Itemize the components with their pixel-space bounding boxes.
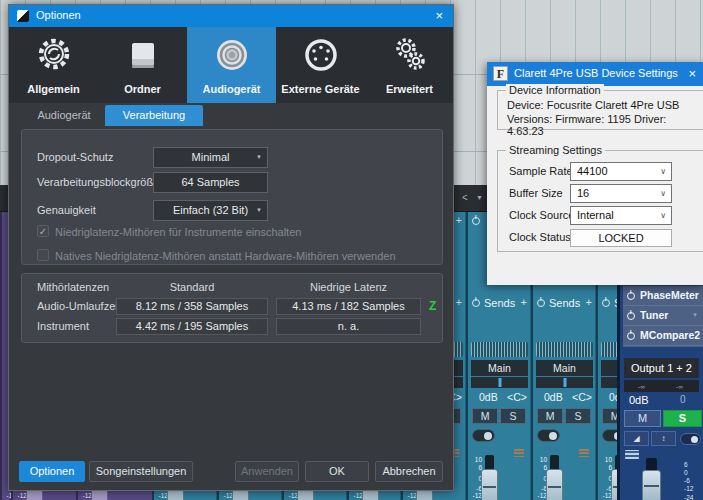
- speaker-icon: [212, 35, 252, 79]
- pan-value[interactable]: <C>: [572, 391, 592, 403]
- dropout-schutz-dropdown[interactable]: Minimal ▼: [153, 147, 268, 168]
- pan-value[interactable]: <C>: [507, 391, 527, 403]
- field-label: Dropout-Schutz: [37, 147, 113, 168]
- solo-button[interactable]: S: [565, 408, 591, 424]
- cancel-button[interactable]: Abbrechen: [375, 461, 443, 482]
- power-icon[interactable]: [627, 332, 635, 340]
- window-titlebar[interactable]: F Clarett 4Pre USB Device Settings ×: [487, 62, 703, 86]
- tab-audiogeraet[interactable]: Audiogerät: [187, 27, 276, 103]
- versions-line: Versions: Firmware: 1195 Driver: 4.63.23: [507, 113, 703, 137]
- sends-header: Sends +: [468, 296, 531, 312]
- insert-name[interactable]: MCompare2: [640, 329, 700, 341]
- chevron-down-icon: ▼: [256, 201, 262, 220]
- fader-handle[interactable]: [481, 469, 498, 500]
- gain-value[interactable]: 0dB: [479, 391, 498, 403]
- solo-button[interactable]: S: [500, 408, 526, 424]
- low-latency-checkbox[interactable]: ✓: [37, 225, 49, 237]
- close-icon[interactable]: ×: [688, 66, 696, 81]
- gears-icon: [390, 35, 430, 79]
- insert-name[interactable]: Tuner: [640, 309, 668, 321]
- dropdown-value: 16: [577, 187, 589, 199]
- fader-scale-label: -24: [684, 494, 702, 500]
- insert-slot[interactable]: MCompare2: [623, 326, 703, 346]
- channel-menu-icon[interactable]: [579, 448, 589, 457]
- mute-button[interactable]: M: [537, 408, 563, 424]
- power-icon[interactable]: [627, 292, 635, 300]
- sends-label: Sends: [484, 297, 515, 309]
- pan-indicator[interactable]: [536, 377, 593, 388]
- tab-externe-geraete[interactable]: Externe Geräte: [276, 27, 365, 103]
- app-icon: [17, 10, 29, 22]
- mute-button[interactable]: M: [472, 408, 498, 424]
- subtab-audiogeraet[interactable]: Audiogerät: [23, 105, 105, 126]
- solo-button[interactable]: S: [663, 410, 702, 427]
- pan-ruler[interactable]: [471, 342, 528, 357]
- native-low-latency-checkbox[interactable]: [37, 249, 49, 261]
- buffer-size-dropdown[interactable]: 16 ∨: [570, 184, 672, 203]
- options-dialog: Optionen × Allgemein Ordner Audiogerä: [8, 4, 454, 491]
- power-icon[interactable]: [472, 217, 480, 225]
- chevron-down-icon[interactable]: ▼: [692, 312, 698, 318]
- latency-value: n. a.: [276, 318, 421, 335]
- add-send-button[interactable]: +: [521, 296, 527, 308]
- table-header: Niedrige Latenz: [276, 281, 421, 293]
- genauigkeit-dropdown[interactable]: Einfach (32 Bit) ▼: [153, 200, 268, 221]
- subtab-verarbeitung[interactable]: Verarbeitung: [105, 105, 203, 126]
- channel-menu-icon[interactable]: [514, 448, 524, 457]
- dropdown-value: 44100: [577, 165, 608, 177]
- fader-handle[interactable]: [642, 470, 661, 500]
- apply-button[interactable]: Anwenden: [235, 461, 299, 482]
- ramp-icon[interactable]: ◢: [624, 431, 649, 446]
- pan-value[interactable]: 0: [680, 394, 686, 405]
- song-settings-button[interactable]: Songeinstellungen: [89, 461, 193, 482]
- tab-ordner[interactable]: Ordner: [98, 27, 187, 103]
- dropdown-value: Minimal: [192, 151, 230, 163]
- close-icon[interactable]: ×: [435, 8, 443, 23]
- fader-handle[interactable]: [546, 469, 563, 500]
- insert-name[interactable]: PhaseMeter: [640, 289, 699, 301]
- scroll-left-icon[interactable]: <: [462, 192, 468, 203]
- power-icon[interactable]: [627, 312, 635, 320]
- gain-value[interactable]: 0dB: [544, 391, 563, 403]
- add-send-button[interactable]: +: [586, 296, 592, 308]
- options-button[interactable]: Optionen: [19, 461, 85, 482]
- clock-status-label: Clock Status: [509, 228, 571, 247]
- blockgroesse-value[interactable]: 64 Samples: [153, 172, 268, 193]
- add-send-button[interactable]: +: [456, 296, 462, 308]
- scroll-down-icon[interactable]: ▼: [476, 194, 483, 201]
- drive-icon: [126, 39, 160, 77]
- gain-value[interactable]: 0dB: [629, 394, 649, 406]
- monitor-toggle[interactable]: [537, 429, 560, 442]
- power-icon[interactable]: [537, 299, 545, 307]
- pan-ruler[interactable]: [536, 342, 593, 357]
- ok-button[interactable]: OK: [305, 461, 369, 482]
- monitor-toggle[interactable]: [472, 429, 495, 442]
- tab-allgemein[interactable]: Allgemein: [9, 27, 98, 103]
- insert-slot[interactable]: Tuner ▼: [623, 306, 703, 326]
- power-icon[interactable]: [472, 299, 480, 307]
- pan-indicator[interactable]: [471, 377, 528, 388]
- clock-source-dropdown[interactable]: Internal ∨: [570, 206, 672, 225]
- output-label[interactable]: Output 1 + 2: [624, 358, 699, 378]
- output-assign[interactable]: Main: [536, 360, 593, 376]
- table-header: Mithörlatenzen: [37, 281, 109, 293]
- gain-row: 0dB <C>: [468, 391, 531, 405]
- latency-value: 4.13 ms / 182 Samples: [276, 298, 421, 315]
- mute-button[interactable]: M: [624, 410, 661, 427]
- add-insert-button[interactable]: +: [456, 214, 462, 226]
- table-header: Standard: [116, 281, 268, 293]
- table-row-label: Audio-Umlaufzeit: [37, 300, 121, 312]
- inserts-list: PhaseMeter Tuner ▼ MCompare2: [623, 286, 703, 347]
- fader-scale-label: -12: [4, 492, 11, 499]
- dialog-titlebar[interactable]: Optionen ×: [9, 5, 453, 27]
- insert-slot[interactable]: PhaseMeter: [623, 286, 703, 306]
- mono-icon[interactable]: ↕: [651, 431, 676, 446]
- sample-rate-dropdown[interactable]: 44100 ∨: [570, 162, 672, 181]
- fader-scale-label: 10: [600, 456, 612, 463]
- table-row-label: Instrument: [37, 320, 89, 332]
- monitor-toggle[interactable]: [680, 433, 701, 445]
- output-assign[interactable]: Main: [471, 360, 528, 376]
- power-icon[interactable]: [602, 299, 610, 307]
- tab-erweitert[interactable]: Erweitert: [365, 27, 454, 103]
- dropdown-value: Einfach (32 Bit): [173, 204, 248, 216]
